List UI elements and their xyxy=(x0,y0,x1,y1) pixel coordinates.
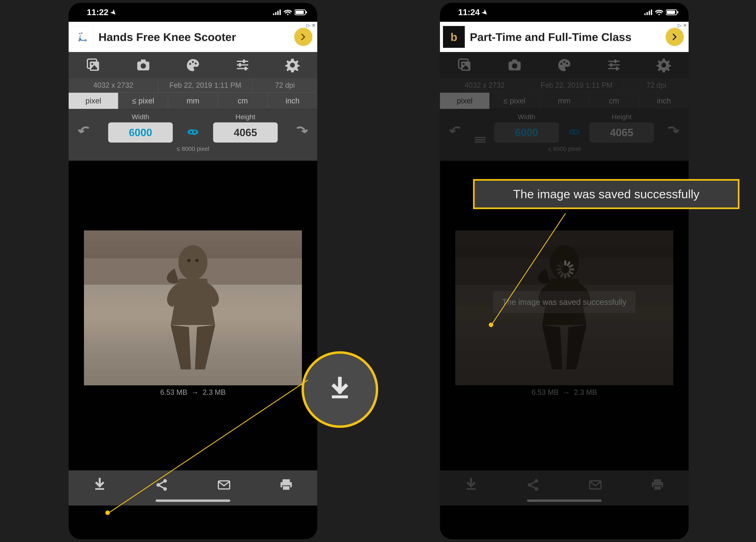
width-input[interactable]: 6000 xyxy=(108,122,173,143)
adchoices-icon[interactable]: ▷✕ xyxy=(678,23,687,28)
info-dimensions: 4032 x 2732 xyxy=(69,78,158,92)
gallery-button[interactable] xyxy=(440,52,490,78)
size-hint: ≤ 8000 pixel xyxy=(76,145,310,152)
statue-illustration xyxy=(151,240,235,369)
ad-banner[interactable]: b Part-Time and Full-Time Class ▷✕ xyxy=(440,22,689,52)
signal-icon xyxy=(273,9,281,15)
unit-inch[interactable]: inch xyxy=(639,93,689,109)
unit-mm[interactable]: mm xyxy=(540,93,590,109)
ad-title: Part-Time and Full-Time Class xyxy=(470,30,666,44)
unit-lte-pixel[interactable]: ≤ pixel xyxy=(490,93,540,109)
phone-screen-right: 11:24 ➤ b Part-Time and Full-Time Class … xyxy=(440,3,689,539)
size-editor: Width 6000 Height 4065 ≤ 8000 pixel xyxy=(69,109,317,161)
aspect-lock-button[interactable] xyxy=(186,122,199,142)
image-info-strip: 4032 x 2732 Feb 22, 2019 1:11 PM 72 dpi xyxy=(440,78,689,92)
callout-save-circle xyxy=(302,351,378,428)
unit-lte-pixel[interactable]: ≤ pixel xyxy=(118,93,168,109)
info-dpi: 72 dpi xyxy=(624,78,689,92)
sliders-icon xyxy=(235,58,250,72)
svg-point-35 xyxy=(178,245,207,280)
unit-cm[interactable]: cm xyxy=(589,93,639,109)
adjust-button[interactable] xyxy=(589,52,639,78)
unit-inch[interactable]: inch xyxy=(268,93,317,109)
svg-rect-40 xyxy=(475,141,486,143)
callout-anchor-dot xyxy=(105,511,110,515)
gear-icon xyxy=(285,58,300,72)
filesize-comparison: 6.53 MB → 2.3 MB xyxy=(455,388,673,397)
ad-logo-icon: 🛴 xyxy=(71,26,94,48)
battery-icon xyxy=(295,9,307,15)
wifi-icon xyxy=(284,9,292,15)
mail-icon xyxy=(588,478,603,492)
sliders-icon xyxy=(607,58,621,72)
aspect-lock-button[interactable] xyxy=(568,122,581,142)
ad-banner[interactable]: 🛴 Hands Free Knee Scooter ▷✕ xyxy=(69,22,317,52)
ad-go-button[interactable] xyxy=(294,28,312,46)
redo-button[interactable] xyxy=(663,118,681,143)
palette-button[interactable] xyxy=(168,52,218,78)
ad-logo-icon: b xyxy=(443,26,465,48)
callout-anchor-dot xyxy=(489,322,493,327)
palette-icon xyxy=(557,58,572,72)
unit-selector: pixel ≤ pixel mm cm inch xyxy=(440,92,689,109)
height-input[interactable]: 4065 xyxy=(589,122,654,143)
filesize-after: 2.3 MB xyxy=(203,388,226,396)
print-button[interactable] xyxy=(626,470,689,505)
status-bar: 11:22 ➤ xyxy=(69,3,317,22)
save-button[interactable] xyxy=(440,470,502,505)
size-hint: ≤ 8000 pixel xyxy=(448,145,681,152)
ad-title: Hands Free Knee Scooter xyxy=(98,30,294,44)
home-indicator[interactable] xyxy=(527,499,602,502)
home-indicator[interactable] xyxy=(156,499,230,502)
height-label: Height xyxy=(236,113,255,121)
undo-icon xyxy=(78,124,93,137)
print-button[interactable] xyxy=(255,470,317,505)
share-icon xyxy=(526,478,540,492)
camera-button[interactable] xyxy=(118,52,168,78)
callout-toast-text: The image was saved successfully xyxy=(513,187,699,201)
location-arrow-icon: ➤ xyxy=(480,7,490,17)
settings-button[interactable] xyxy=(268,52,317,78)
info-dpi: 72 dpi xyxy=(253,78,317,92)
download-icon xyxy=(464,478,478,492)
unit-cm[interactable]: cm xyxy=(218,93,268,109)
camera-icon xyxy=(136,58,151,72)
undo-button[interactable] xyxy=(448,118,466,143)
camera-button[interactable] xyxy=(490,52,539,78)
svg-rect-39 xyxy=(475,139,486,140)
filesize-before: 6.53 MB xyxy=(532,388,559,396)
chevron-right-icon xyxy=(299,32,308,41)
redo-button[interactable] xyxy=(291,118,310,143)
height-field-group: Height 4065 xyxy=(213,113,278,143)
loading-spinner-icon xyxy=(555,260,573,278)
chevron-right-icon xyxy=(670,32,679,41)
width-input[interactable]: 6000 xyxy=(494,122,559,143)
width-label: Width xyxy=(132,113,149,121)
info-date: Feb 22, 2019 1:11 PM xyxy=(530,78,624,92)
status-time: 11:24 xyxy=(458,7,480,17)
image-preview[interactable] xyxy=(84,231,302,385)
palette-button[interactable] xyxy=(539,52,589,78)
height-input[interactable]: 4065 xyxy=(213,122,278,143)
unit-pixel[interactable]: pixel xyxy=(69,93,118,109)
adchoices-icon[interactable]: ▷✕ xyxy=(306,23,316,28)
unit-pixel[interactable]: pixel xyxy=(440,93,490,109)
height-field-group: Height 4065 xyxy=(589,113,654,143)
height-label: Height xyxy=(612,113,631,121)
adjust-button[interactable] xyxy=(218,52,267,78)
arrow-right-icon: → xyxy=(563,388,570,396)
size-editor: Width 6000 Height 4065 ≤ 8000 pixel xyxy=(440,109,689,161)
svg-point-36 xyxy=(187,259,191,262)
info-dimensions: 4032 x 2732 xyxy=(440,78,530,92)
unit-mm[interactable]: mm xyxy=(168,93,218,109)
gallery-button[interactable] xyxy=(69,52,118,78)
preview-area: 6.53 MB → 2.3 MB The image was saved suc… xyxy=(440,161,689,505)
mail-icon xyxy=(217,478,231,492)
undo-button[interactable] xyxy=(76,118,94,143)
palette-icon xyxy=(186,58,200,72)
save-button[interactable] xyxy=(69,470,131,505)
settings-button[interactable] xyxy=(639,52,689,78)
callout-toast-rect: The image was saved successfully xyxy=(473,179,739,209)
filesize-before: 6.53 MB xyxy=(160,388,187,396)
ad-go-button[interactable] xyxy=(666,28,684,46)
